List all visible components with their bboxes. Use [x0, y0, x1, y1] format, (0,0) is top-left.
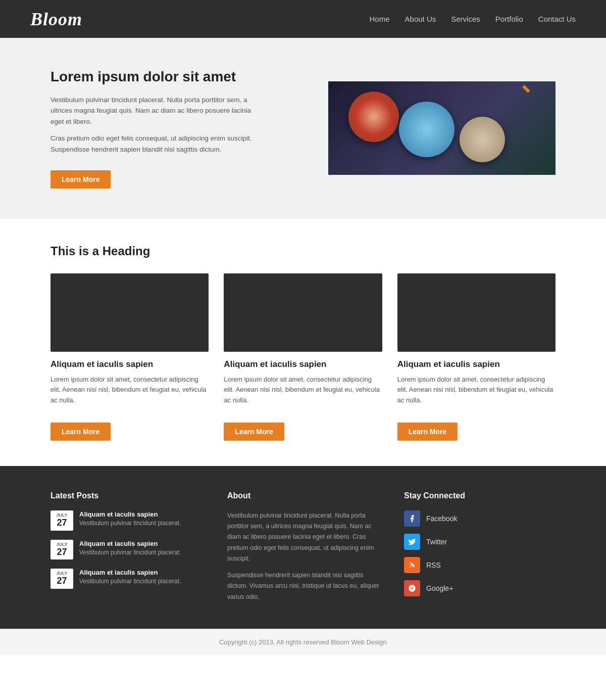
facebook-icon: [404, 510, 420, 527]
footer-stay-connected: Stay Connected Facebook Twitter RSS Goog…: [404, 491, 556, 609]
feature-desc-2: Lorem ipsum dolor sit amet, consectetur …: [397, 375, 556, 406]
post-month-2: JULY: [54, 571, 70, 576]
post-day-1: 27: [54, 547, 70, 558]
post-info-0: Aliquam et iaculis sapien Vestibulum pul…: [79, 510, 181, 527]
post-day-2: 27: [54, 576, 70, 587]
logo: Bloom: [30, 9, 82, 30]
feature-image-1: [224, 273, 382, 352]
footer-main: Latest Posts JULY 27 Aliquam et iaculis …: [0, 466, 606, 629]
footer: Latest Posts JULY 27 Aliquam et iaculis …: [0, 466, 606, 655]
googleplus-icon: [404, 580, 420, 596]
post-excerpt-1: Vestibulum pulvinar tincidunt placerat.: [79, 549, 181, 556]
hero-paragraph1: Vestibulum pulvinar tincidunt placerat. …: [50, 95, 263, 127]
about-paragraph2: Suspendisse hendrerit sapien blandit nis…: [227, 570, 379, 602]
feature-image-2: [397, 273, 556, 352]
nav: HomeAbout UsServicesPortfolioContact Us: [370, 15, 576, 23]
hero-paragraph2: Cras pretium odio eget felis consequat, …: [50, 133, 263, 155]
feature-learn-more-button-2[interactable]: Learn More: [397, 423, 458, 441]
post-date-0: JULY 27: [50, 510, 73, 531]
header: Bloom HomeAbout UsServicesPortfolioConta…: [0, 0, 606, 38]
googleplus-label: Google+: [426, 584, 453, 592]
nav-item-contact[interactable]: Contact Us: [538, 15, 576, 23]
hero-section: Lorem ipsum dolor sit amet Vestibulum pu…: [0, 38, 606, 219]
feature-desc-0: Lorem ipsum dolor sit amet, consectetur …: [50, 375, 209, 406]
rss-label: RSS: [426, 561, 441, 569]
features-grid: Aliquam et iaculis sapien Lorem ipsum do…: [50, 273, 556, 441]
hero-title: Lorem ipsum dolor sit amet: [50, 68, 263, 85]
hero-image: [328, 81, 556, 175]
nav-item-portfolio[interactable]: Portfolio: [495, 15, 523, 23]
svg-point-0: [410, 567, 410, 568]
post-item-1: JULY 27 Aliquam et iaculis sapien Vestib…: [50, 540, 202, 560]
post-title-2[interactable]: Aliquam et iaculis sapien: [79, 569, 181, 576]
social-item-rss[interactable]: RSS: [404, 557, 556, 573]
post-excerpt-2: Vestibulum pulvinar tincidunt placerat.: [79, 578, 181, 585]
feature-title-0: Aliquam et iaculis sapien: [50, 359, 209, 369]
hero-text: Lorem ipsum dolor sit amet Vestibulum pu…: [50, 68, 263, 189]
feature-card-2: Aliquam et iaculis sapien Lorem ipsum do…: [397, 273, 556, 441]
features-section: This is a Heading Aliquam et iaculis sap…: [0, 219, 606, 466]
feature-card-1: Aliquam et iaculis sapien Lorem ipsum do…: [224, 273, 382, 441]
feature-card-0: Aliquam et iaculis sapien Lorem ipsum do…: [50, 273, 209, 441]
post-info-1: Aliquam et iaculis sapien Vestibulum pul…: [79, 540, 181, 556]
social-item-facebook[interactable]: Facebook: [404, 510, 556, 527]
features-heading: This is a Heading: [50, 244, 556, 258]
footer-about: About Vestibulum pulvinar tincidunt plac…: [227, 491, 379, 609]
feature-learn-more-button-0[interactable]: Learn More: [50, 423, 111, 441]
post-item-2: JULY 27 Aliquam et iaculis sapien Vestib…: [50, 569, 202, 589]
feature-title-1: Aliquam et iaculis sapien: [224, 359, 382, 369]
post-month-1: JULY: [54, 542, 70, 547]
social-item-google+[interactable]: Google+: [404, 580, 556, 596]
post-title-0[interactable]: Aliquam et iaculis sapien: [79, 510, 181, 518]
twitter-label: Twitter: [426, 538, 447, 546]
feature-title-2: Aliquam et iaculis sapien: [397, 359, 556, 369]
post-item-0: JULY 27 Aliquam et iaculis sapien Vestib…: [50, 510, 202, 531]
feature-learn-more-button-1[interactable]: Learn More: [224, 423, 284, 441]
footer-bottom: Copyright (c) 2013. All rights reserved …: [0, 629, 606, 655]
post-date-1: JULY 27: [50, 540, 73, 560]
post-title-1[interactable]: Aliquam et iaculis sapien: [79, 540, 181, 547]
nav-item-about[interactable]: About Us: [405, 15, 436, 23]
twitter-icon: [404, 534, 420, 550]
rss-icon: [404, 557, 420, 573]
footer-latest-posts: Latest Posts JULY 27 Aliquam et iaculis …: [50, 491, 202, 609]
stay-connected-heading: Stay Connected: [404, 491, 556, 500]
post-excerpt-0: Vestibulum pulvinar tincidunt placerat.: [79, 520, 181, 527]
nav-item-home[interactable]: Home: [370, 15, 390, 23]
feature-desc-1: Lorem ipsum dolor sit amet, consectetur …: [224, 375, 382, 406]
post-date-2: JULY 27: [50, 569, 73, 589]
facebook-label: Facebook: [426, 515, 457, 523]
latest-posts-heading: Latest Posts: [50, 491, 202, 500]
hero-learn-more-button[interactable]: Learn More: [50, 170, 111, 189]
nav-item-services[interactable]: Services: [451, 15, 480, 23]
about-paragraph1: Vestibulum pulvinar tincidunt placerat. …: [227, 510, 379, 564]
social-item-twitter[interactable]: Twitter: [404, 534, 556, 550]
post-month-0: JULY: [54, 512, 70, 518]
feature-image-0: [50, 273, 209, 352]
about-heading: About: [227, 491, 379, 500]
post-day-0: 27: [54, 518, 70, 529]
about-text: Vestibulum pulvinar tincidunt placerat. …: [227, 510, 379, 602]
copyright-text: Copyright (c) 2013. All rights reserved …: [219, 638, 387, 646]
post-info-2: Aliquam et iaculis sapien Vestibulum pul…: [79, 569, 181, 585]
